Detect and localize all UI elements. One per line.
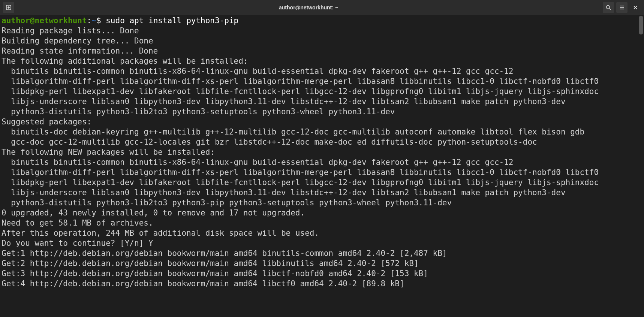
prompt-colon: : (87, 16, 92, 25)
output-line: Get:4 http://deb.debian.org/debian bookw… (1, 279, 404, 288)
output-line: Suggested packages: (1, 117, 91, 126)
output-line: libalgorithm-diff-perl libalgorithm-diff… (1, 168, 599, 177)
close-button[interactable] (630, 2, 641, 13)
output-line: The following NEW packages will be insta… (1, 148, 215, 157)
output-line: Get:3 http://deb.debian.org/debian bookw… (1, 269, 428, 278)
output-line: Get:2 http://deb.debian.org/debian bookw… (1, 259, 419, 268)
output-line: binutils-doc debian-keyring g++-multilib… (1, 127, 584, 136)
window-titlebar: author@networkhunt: ~ (0, 0, 644, 15)
titlebar-left-controls (3, 2, 14, 13)
prompt-dollar: $ (96, 16, 101, 25)
output-line: libalgorithm-diff-perl libalgorithm-diff… (1, 77, 599, 86)
menu-button[interactable] (616, 2, 628, 13)
output-line: libdpkg-perl libexpat1-dev libfakeroot l… (1, 87, 599, 96)
svg-line-4 (610, 9, 611, 10)
output-line: gcc-doc gcc-12-multilib gcc-12-locales g… (1, 138, 537, 147)
terminal-body[interactable]: author@networkhunt:~$ sudo apt install p… (0, 15, 644, 317)
scrollbar-thumb[interactable] (639, 16, 643, 34)
output-line: Reading state information... Done (1, 46, 158, 55)
output-line: python3-distutils python3-lib2to3 python… (1, 198, 452, 207)
output-line: libdpkg-perl libexpat1-dev libfakeroot l… (1, 178, 599, 187)
command-text: sudo apt install python3-pip (106, 16, 238, 25)
titlebar-right-controls (603, 2, 641, 13)
output-line: Need to get 58.1 MB of archives. (1, 218, 153, 227)
window-title: author@networkhunt: ~ (14, 4, 603, 10)
output-line: Reading package lists... Done (1, 26, 139, 35)
svg-point-3 (607, 6, 610, 9)
prompt-path: ~ (91, 16, 96, 25)
output-line: binutils binutils-common binutils-x86-64… (1, 158, 513, 167)
output-line: libjs-underscore liblsan0 libpython3-dev… (1, 188, 566, 197)
search-icon (605, 4, 611, 10)
output-line: After this operation, 244 MB of addition… (1, 229, 319, 238)
close-icon (632, 4, 638, 10)
output-line: binutils binutils-common binutils-x86-64… (1, 67, 513, 76)
output-line: Building dependency tree... Done (1, 36, 153, 45)
output-line: Do you want to continue? [Y/n] Y (1, 239, 153, 248)
search-button[interactable] (603, 2, 614, 13)
prompt-user-host: author@networkhunt (1, 16, 87, 25)
terminal-content: author@networkhunt:~$ sudo apt install p… (1, 16, 643, 289)
output-line: The following additional packages will b… (1, 57, 248, 66)
output-line: Get:1 http://deb.debian.org/debian bookw… (1, 249, 447, 258)
new-tab-button[interactable] (3, 2, 14, 13)
output-line: 0 upgraded, 43 newly installed, 0 to rem… (1, 208, 305, 217)
hamburger-icon (619, 4, 625, 10)
plus-icon (6, 4, 12, 10)
output-line: libjs-underscore liblsan0 libpython3-dev… (1, 97, 566, 106)
output-line: python3-distutils python3-lib2to3 python… (1, 107, 395, 116)
